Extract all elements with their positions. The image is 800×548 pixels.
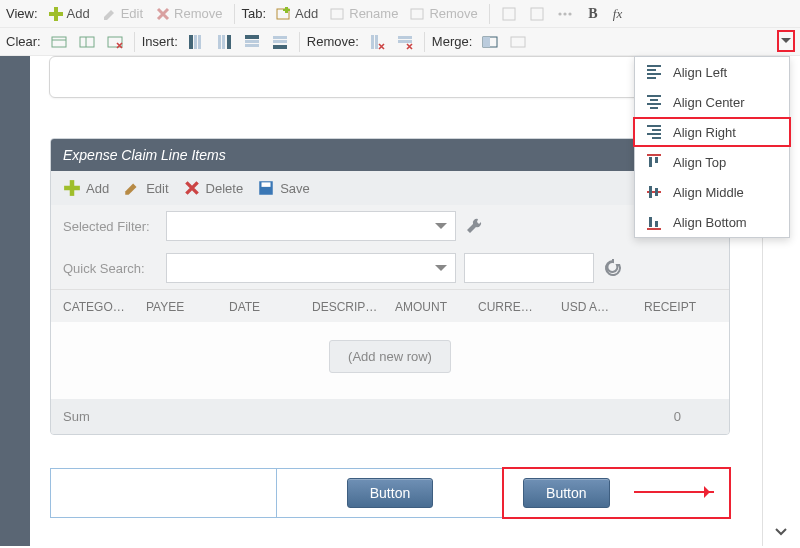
align-right-item[interactable]: Align Right xyxy=(635,117,789,147)
merge-btn[interactable] xyxy=(478,32,502,52)
col-category[interactable]: CATEGO… xyxy=(63,300,146,314)
quick-search-input[interactable] xyxy=(464,253,594,283)
add-row-area: (Add new row) xyxy=(51,322,729,399)
tab-add-button[interactable]: Add xyxy=(272,4,322,24)
svg-point-11 xyxy=(568,12,571,15)
sum-row: Sum 0 xyxy=(51,399,729,434)
svg-rect-21 xyxy=(245,35,259,39)
design-band-left xyxy=(0,56,30,546)
svg-rect-27 xyxy=(371,35,374,49)
col-currency[interactable]: CURRE… xyxy=(478,300,561,314)
panel-add-button[interactable]: Add xyxy=(63,179,109,197)
toolbar-overflow-button[interactable] xyxy=(777,30,795,52)
save-icon xyxy=(257,179,275,197)
fx-icon: fx xyxy=(613,6,629,22)
remove-col-icon xyxy=(369,34,385,50)
svg-rect-26 xyxy=(273,36,287,39)
panel-edit-button[interactable]: Edit xyxy=(123,179,168,197)
cell-1[interactable] xyxy=(51,469,277,517)
col-payee[interactable]: PAYEE xyxy=(146,300,229,314)
svg-rect-41 xyxy=(64,186,80,191)
panel-delete-button[interactable]: Delete xyxy=(183,179,244,197)
cell-3[interactable]: Button xyxy=(504,469,729,517)
wrench-icon[interactable] xyxy=(464,215,486,237)
remove-row[interactable] xyxy=(393,32,417,52)
button-right[interactable]: Button xyxy=(523,478,609,508)
svg-rect-6 xyxy=(411,9,423,19)
plus-icon xyxy=(48,6,64,22)
svg-rect-17 xyxy=(198,35,201,49)
toolbar-row-2: Clear: Insert: Remove: Merge: xyxy=(0,28,800,56)
tab-rename-button: Rename xyxy=(326,4,402,24)
svg-rect-18 xyxy=(227,35,231,49)
view-label: View: xyxy=(6,6,38,21)
svg-rect-35 xyxy=(655,157,658,163)
align-left-item[interactable]: Align Left xyxy=(635,57,789,87)
col-date[interactable]: DATE xyxy=(229,300,312,314)
svg-rect-4 xyxy=(283,9,290,11)
plus-icon xyxy=(63,179,81,197)
remove-row-icon xyxy=(397,34,413,50)
arrow-icon xyxy=(634,491,714,493)
align-middle-item[interactable]: Align Middle xyxy=(635,177,789,207)
svg-rect-39 xyxy=(655,221,658,227)
fx-button[interactable]: fx xyxy=(609,4,633,24)
insert-row-below[interactable] xyxy=(268,32,292,52)
view-remove-button: Remove xyxy=(151,4,226,24)
table-clear-icon xyxy=(51,34,67,50)
refresh-icon[interactable] xyxy=(602,257,624,279)
top-card[interactable] xyxy=(49,56,725,98)
line-items-panel: Expense Claim Line Items Add Edit Delete… xyxy=(50,138,730,435)
svg-rect-15 xyxy=(189,35,193,49)
align-center-icon xyxy=(645,93,663,111)
view-add-button[interactable]: Add xyxy=(44,4,94,24)
columns-header: CATEGO… PAYEE DATE DESCRIP… AMOUNT CURRE… xyxy=(51,289,729,322)
svg-rect-23 xyxy=(245,44,259,47)
col-usd[interactable]: USD A… xyxy=(561,300,644,314)
insert-col-right[interactable] xyxy=(212,32,236,52)
align-top-item[interactable]: Align Top xyxy=(635,147,789,177)
svg-rect-22 xyxy=(245,40,259,43)
col-amount[interactable]: AMOUNT xyxy=(395,300,478,314)
remove-col[interactable] xyxy=(365,32,389,52)
button-left[interactable]: Button xyxy=(347,478,433,508)
align-middle-icon xyxy=(645,183,663,201)
insert-row-below-icon xyxy=(272,34,288,50)
tab-remove-button: Remove xyxy=(406,4,481,24)
add-new-row-button[interactable]: (Add new row) xyxy=(329,340,451,373)
chevron-down-icon[interactable] xyxy=(771,522,791,542)
merge-icon xyxy=(482,34,498,50)
selected-filter-combo[interactable] xyxy=(166,211,456,241)
button-layout-table: Button Button xyxy=(50,468,730,518)
insert-row-above-icon xyxy=(244,34,260,50)
clear-3[interactable] xyxy=(103,32,127,52)
col-receipt[interactable]: RECEIPT xyxy=(644,300,727,314)
insert-row-above[interactable] xyxy=(240,32,264,52)
svg-rect-20 xyxy=(218,35,221,49)
quick-search-combo[interactable] xyxy=(166,253,456,283)
align-bottom-item[interactable]: Align Bottom xyxy=(635,207,789,237)
panel-save-button[interactable]: Save xyxy=(257,179,310,197)
cell-2[interactable]: Button xyxy=(277,469,503,517)
quick-search-row: Quick Search: xyxy=(51,247,729,289)
clear-1[interactable] xyxy=(47,32,71,52)
clear-2[interactable] xyxy=(75,32,99,52)
align-center-item[interactable]: Align Center xyxy=(635,87,789,117)
square-icon xyxy=(501,6,517,22)
svg-rect-34 xyxy=(649,157,652,167)
svg-rect-36 xyxy=(649,186,652,198)
tab-add-icon xyxy=(276,6,292,22)
svg-point-10 xyxy=(563,12,566,15)
svg-rect-7 xyxy=(503,8,515,20)
unmerge-btn xyxy=(506,32,530,52)
bold-button[interactable]: B xyxy=(581,4,605,24)
tab-remove-icon xyxy=(410,6,426,22)
svg-rect-19 xyxy=(222,35,225,49)
insert-col-left[interactable] xyxy=(184,32,208,52)
pencil-icon xyxy=(102,6,118,22)
bold-icon: B xyxy=(585,6,601,22)
col-description[interactable]: DESCRIP… xyxy=(312,300,395,314)
insert-col-right-icon xyxy=(216,34,232,50)
toolbar-row-1: View: Add Edit Remove Tab: Add Rename xyxy=(0,0,800,28)
svg-rect-28 xyxy=(375,35,378,49)
